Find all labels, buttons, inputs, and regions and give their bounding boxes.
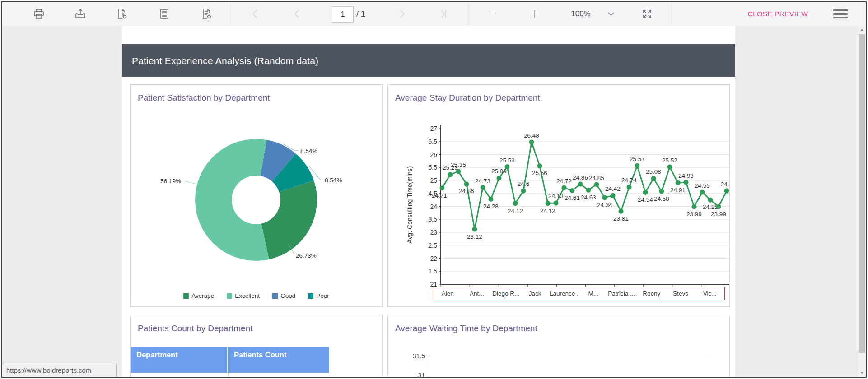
data-point-label: 25.56 [532,170,547,176]
data-point-label: 25.52 [662,157,677,164]
legend-swatch [227,293,232,299]
fullscreen-icon [641,8,653,20]
y-axis-title: Avg. Consulting Time(mins) [406,142,413,268]
line-chart[interactable]: 2726.52625.52524.52423.52322.52221.52124… [428,122,729,292]
data-point [489,197,494,202]
data-point [602,195,607,200]
pie-callout-line [184,181,196,184]
data-point [562,185,567,190]
export-button[interactable] [72,2,89,26]
data-point [635,163,640,168]
waiting-data-label: 29.76 [539,376,554,378]
waiting-chart-title: Average Waiting Time by Department [395,324,537,333]
legend-swatch [272,293,278,299]
zoom-dropdown[interactable] [603,2,619,26]
legend-item-good: Good [272,292,295,299]
data-point [651,176,656,181]
report-viewer-area[interactable]: Patient Experience Analysis (Random data… [2,26,866,377]
page-number-input[interactable] [332,6,354,23]
data-point-label: 24.28 [483,203,499,210]
y-tick-label: 21.5 [428,268,437,275]
table-row [131,373,329,378]
previous-page-button[interactable] [289,2,305,26]
y-tick-label: 24 [430,203,437,210]
pie-slice-excellent [195,139,269,261]
next-page-button[interactable] [394,2,411,26]
data-point [684,180,689,185]
data-point-label: 24.54 [638,196,653,203]
print-button[interactable] [31,2,47,26]
data-point [497,176,502,180]
last-page-button[interactable] [435,2,452,26]
menu-icon [833,9,848,11]
panel-patient-satisfaction: Patient Satisfaction by Department 56.19… [130,84,383,307]
scrollbar-thumb[interactable] [859,34,865,353]
data-point-label: 24.6 [721,181,729,188]
menu-button[interactable] [833,9,848,18]
y-tick-label: 23.5 [428,216,437,223]
legend-label: Poor [316,292,329,299]
data-point-label: 24.63 [581,194,596,201]
first-page-button[interactable] [246,2,262,26]
data-point-label: 24.72 [556,178,572,185]
zoom-in-button[interactable] [527,2,543,26]
data-point-label: 24.86 [459,188,474,194]
scroll-down-button[interactable]: ▼ [858,369,866,377]
x-axis-category-label: Jack [521,290,550,297]
toolbar-divider [231,2,231,26]
y-tick-label: 26 [430,151,437,158]
fullscreen-button[interactable] [639,2,655,26]
close-preview-button[interactable]: CLOSE PREVIEW [738,2,817,26]
data-point [537,163,542,168]
data-point [570,188,575,193]
data-point [578,182,583,187]
data-point [505,164,510,169]
data-point-label: 24.55 [695,182,710,189]
legend-item-poor: Poor [308,292,329,299]
data-point-label: 23.99 [686,211,702,217]
data-point [659,189,664,194]
data-point-label: 24.85 [589,175,604,181]
data-point-label: 24.34 [597,202,612,208]
waiting-gridline [429,357,709,357]
table-header-patients-count: Patients Count [228,347,329,373]
pie-callout-label: 56.19% [160,178,181,185]
scroll-up-button[interactable]: ▲ [858,26,866,33]
print-layout-button[interactable] [156,2,173,26]
data-point-label: 24.93 [678,172,694,179]
legend-label: Excellent [235,292,260,299]
zoom-out-button[interactable] [485,2,501,26]
y-tick-label: 25.5 [428,164,437,171]
data-point-label: 24.13 [548,193,564,199]
page-total-label: / 1 [356,2,365,26]
page-setup-button[interactable] [199,2,215,26]
donut-chart[interactable]: 56.19%8.54%8.54%26.73% [131,85,381,279]
line-chart-title: Average Stay Duration by Department [395,93,540,103]
panel-patients-count: Patients Count by Department Department … [130,315,383,378]
data-point [627,185,632,190]
waiting-y-tick: 31.5 [407,352,425,360]
toolbar-divider [672,2,672,26]
export-setup-icon [116,8,128,20]
data-point [619,209,624,214]
data-point-label: 23.99 [711,211,726,217]
data-point [440,185,445,190]
data-point-label: 24.86 [573,174,588,181]
x-axis-labels-selected[interactable]: AlenAnt...Diego R...JackLaurence ...M...… [433,287,725,300]
x-axis-category-label: Stevs [666,290,695,297]
legend-swatch [183,293,189,299]
data-point [554,201,559,206]
data-point-label: 26.48 [524,132,539,139]
data-point [546,201,551,206]
x-axis-category-label: M... [579,290,608,297]
x-axis-category-label: Vic... [695,290,725,297]
vertical-scrollbar[interactable]: ▲ ▼ [858,26,866,377]
data-point [611,193,616,198]
data-point-label: 24.42 [605,185,621,192]
data-point-label: 25.09 [491,168,507,175]
export-setup-button[interactable] [114,2,130,26]
print-icon [33,8,45,20]
data-point-label: 23.12 [467,233,482,240]
x-axis-category-label: Diego R... [491,290,521,297]
report-header-bar: Patient Experience Analysis (Random data… [122,44,735,77]
